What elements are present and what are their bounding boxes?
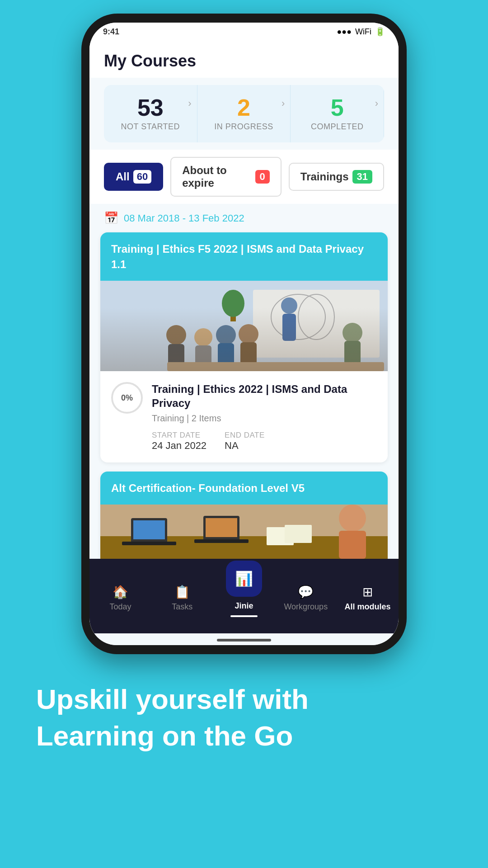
app-header: My Courses: [89, 41, 399, 78]
tasks-label: Tasks: [172, 602, 192, 612]
end-date-label: END DATE: [225, 431, 265, 440]
tasks-icon: 📋: [174, 585, 190, 599]
stat-label-not-started: NOT STARTED: [113, 122, 188, 132]
svg-point-4: [281, 297, 297, 314]
all-modules-icon: ⊞: [362, 585, 373, 599]
end-date-col: END DATE NA: [225, 431, 265, 452]
svg-rect-9: [195, 345, 211, 368]
nav-today[interactable]: 🏠 Today: [89, 581, 151, 615]
filter-expire-label: About to expire: [182, 164, 251, 189]
card-2-image: [100, 505, 388, 559]
stat-completed[interactable]: 5 COMPLETED ›: [291, 85, 384, 142]
filter-expire[interactable]: About to expire 0: [170, 157, 282, 197]
svg-rect-15: [344, 341, 361, 364]
filter-all[interactable]: All 60: [104, 163, 163, 191]
jinie-underline: [230, 615, 258, 617]
svg-rect-25: [206, 518, 237, 537]
filter-trainings-badge: 31: [352, 170, 372, 184]
stat-label-in-progress: IN PROGRESS: [206, 122, 282, 132]
progress-circle-1: 0%: [111, 382, 143, 414]
svg-point-29: [339, 505, 366, 532]
stat-arrow-not-started: ›: [188, 98, 191, 109]
card-1-dates: START DATE 24 Jan 2022 END DATE NA: [152, 431, 377, 452]
start-date-label: START DATE: [152, 431, 206, 440]
stat-number-not-started: 53: [113, 96, 188, 119]
svg-point-8: [194, 328, 212, 346]
card-1-meta: Training | 2 Items: [152, 413, 377, 424]
svg-rect-22: [133, 520, 165, 539]
bottom-nav: 🏠 Today 📋 Tasks 📊 Jinie: [89, 559, 399, 633]
marketing-section: Upskill yourself with Learning on the Go: [0, 654, 488, 781]
svg-point-6: [166, 325, 186, 345]
card-2-header-title: Alt Certification- Foundation Level V5: [111, 481, 377, 496]
jinie-icon: 📊: [235, 570, 253, 587]
start-date-value: 24 Jan 2022: [152, 440, 206, 451]
card-1-body: 0% Training | Ethics 2022 | ISMS and Dat…: [100, 371, 388, 462]
card-1-title: Training | Ethics 2022 | ISMS and Data P…: [152, 382, 377, 410]
card-2-header: Alt Certification- Foundation Level V5: [100, 472, 388, 505]
stats-row: 53 NOT STARTED › 2 IN PROGRESS › 5 COMPL…: [104, 85, 384, 142]
svg-point-18: [222, 290, 244, 317]
filter-trainings-label: Trainings: [300, 170, 349, 183]
stat-number-in-progress: 2: [206, 96, 282, 119]
filter-all-label: All: [116, 170, 130, 183]
phone-shell: 9:41 ●●● WiFi 🔋 My Courses 53 NOT STA: [81, 14, 407, 654]
start-date-col: START DATE 24 Jan 2022: [152, 431, 206, 452]
workgroups-icon: 💬: [298, 585, 314, 599]
course-card-2[interactable]: Alt Certification- Foundation Level V5: [100, 472, 388, 559]
svg-rect-16: [167, 362, 384, 371]
end-date-value: NA: [225, 440, 239, 451]
card-1-header-title: Training | Ethics F5 2022 | ISMS and Dat…: [111, 241, 377, 272]
phone-frame: 9:41 ●●● WiFi 🔋 My Courses 53 NOT STA: [81, 14, 407, 654]
stat-arrow-completed: ›: [375, 98, 378, 109]
date-range-text: 08 Mar 2018 - 13 Feb 2022: [124, 212, 244, 224]
calendar-icon: 📅: [104, 211, 118, 225]
card-1-info: Training | Ethics 2022 | ISMS and Data P…: [152, 382, 377, 451]
stat-in-progress[interactable]: 2 IN PROGRESS ›: [197, 85, 291, 142]
marketing-line2: Learning on the Go: [36, 718, 452, 755]
stat-label-completed: COMPLETED: [300, 122, 375, 132]
phone-screen: 9:41 ●●● WiFi 🔋 My Courses 53 NOT STA: [89, 23, 399, 645]
workgroups-label: Workgroups: [284, 602, 328, 612]
filter-row: All 60 About to expire 0 Trainings 31: [89, 150, 399, 204]
course-card-1[interactable]: Training | Ethics F5 2022 | ISMS and Dat…: [100, 232, 388, 462]
home-gesture-bar: [217, 639, 271, 642]
today-icon: 🏠: [113, 585, 128, 599]
jinie-circle: 📊: [226, 561, 262, 597]
nav-workgroups[interactable]: 💬 Workgroups: [275, 581, 337, 615]
svg-rect-5: [282, 314, 296, 341]
marketing-line1: Upskill yourself with: [36, 681, 452, 718]
card-1-image: [100, 281, 388, 371]
svg-point-12: [239, 324, 258, 344]
svg-point-14: [343, 323, 362, 343]
filter-trainings[interactable]: Trainings 31: [289, 163, 384, 191]
svg-point-10: [216, 325, 236, 345]
app-content: My Courses 53 NOT STARTED › 2 IN PROGRES…: [89, 41, 399, 645]
svg-rect-23: [122, 542, 176, 545]
svg-rect-26: [194, 539, 249, 543]
svg-rect-28: [285, 525, 312, 543]
all-modules-label: All modules: [345, 602, 391, 612]
svg-rect-7: [168, 344, 184, 367]
page-title: My Courses: [104, 52, 384, 71]
date-range[interactable]: 📅 08 Mar 2018 - 13 Feb 2022: [89, 204, 399, 232]
svg-rect-13: [240, 342, 257, 366]
nav-tasks[interactable]: 📋 Tasks: [151, 581, 213, 615]
svg-rect-30: [339, 531, 366, 559]
card-1-header: Training | Ethics F5 2022 | ISMS and Dat…: [100, 232, 388, 281]
nav-all-modules[interactable]: ⊞ All modules: [337, 581, 399, 615]
stat-not-started[interactable]: 53 NOT STARTED ›: [104, 85, 197, 142]
stat-arrow-in-progress: ›: [282, 98, 285, 109]
status-bar: 9:41 ●●● WiFi 🔋: [89, 23, 399, 41]
progress-label-1: 0%: [121, 393, 133, 403]
today-label: Today: [109, 602, 131, 612]
jinie-label: Jinie: [235, 601, 253, 611]
filter-all-badge: 60: [133, 170, 151, 184]
stat-number-completed: 5: [300, 96, 375, 119]
nav-jinie[interactable]: 📊 Jinie: [213, 557, 275, 621]
svg-rect-11: [218, 343, 234, 366]
filter-expire-badge: 0: [255, 170, 270, 184]
